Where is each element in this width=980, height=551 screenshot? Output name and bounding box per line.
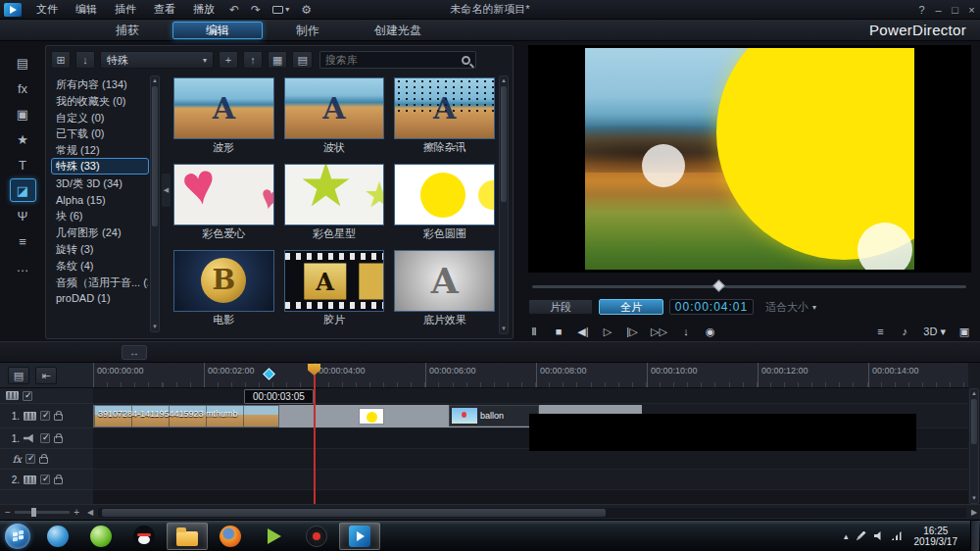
video-clip-2[interactable]: ballon [449, 405, 539, 426]
select-range-button[interactable]: ⇤ [35, 367, 57, 384]
help-button[interactable]: ? [913, 4, 930, 16]
sort-button[interactable]: ↑ [243, 51, 263, 69]
category-item[interactable]: 已下载 (0) [51, 125, 149, 141]
track-enable-checkbox[interactable] [23, 391, 32, 401]
collapse-categories-button[interactable]: ◀ [162, 174, 171, 207]
room-media[interactable]: ▤ [10, 51, 36, 75]
track-enable-checkbox[interactable] [40, 433, 50, 443]
panel-splitter[interactable]: ↔ [0, 341, 980, 363]
transition-item[interactable]: A 擦除杂讯 [394, 77, 495, 158]
lane-master[interactable] [93, 388, 968, 404]
room-effects[interactable]: fx [10, 76, 36, 100]
movie-mode-button[interactable]: 全片 [599, 299, 663, 315]
next-frame-button[interactable]: |▷ [626, 326, 638, 338]
hscroll-thumb[interactable] [102, 509, 606, 517]
category-item[interactable]: proDAD (1) [51, 289, 149, 306]
taskbar-screen-recorder[interactable] [296, 523, 337, 550]
volume-button[interactable]: ♪ [899, 326, 910, 337]
transition-item[interactable]: 彩色星型 [284, 164, 385, 244]
track-lock-button[interactable] [39, 457, 48, 464]
import-media-button[interactable]: ⊞ [51, 51, 71, 69]
timeline-tracks-area[interactable]: 39107284-1411954415923 mthumb ballon [93, 388, 968, 504]
3d-button[interactable]: 3D ▾ [923, 326, 946, 338]
transition-item[interactable]: 彩色爱心 [173, 164, 274, 244]
preview-quality-button[interactable]: ≡ [874, 326, 886, 337]
transition-item[interactable]: A 胶片 [284, 250, 385, 330]
track-manager-button[interactable]: ▤ [8, 367, 29, 384]
scroll-up-icon[interactable]: ▲ [151, 76, 159, 85]
taskbar-ie-browser[interactable] [37, 523, 78, 550]
transition-item[interactable]: A 波状 [284, 77, 385, 158]
tab-produce[interactable]: 制作 [263, 22, 353, 39]
splitter-grip-icon[interactable]: ↔ [122, 345, 147, 360]
maximize-button[interactable]: □ [947, 4, 963, 16]
menu-item[interactable]: 编辑 [67, 2, 106, 17]
tab-create-disc[interactable]: 创建光盘 [353, 22, 443, 39]
ime-pen-icon[interactable] [857, 531, 866, 541]
snapshot-button[interactable]: ◉ [705, 326, 716, 338]
transition-item[interactable]: 彩色圆圈 [394, 164, 495, 244]
taskbar-media-player[interactable] [253, 523, 294, 550]
category-filter-dropdown[interactable]: 特殊 ▾ [100, 51, 214, 69]
category-item[interactable]: Alpha (15) [51, 191, 149, 208]
volume-tray-icon[interactable] [874, 531, 884, 541]
screen-mode-button[interactable]: ▾ [267, 5, 295, 14]
timecode-display[interactable]: 00:00:04:01 [669, 299, 754, 315]
scrollbar-thumb[interactable] [501, 86, 507, 202]
track-enable-checkbox[interactable] [40, 475, 50, 484]
redo-button[interactable]: ↷ [245, 3, 267, 17]
scroll-left-icon[interactable]: ◀ [84, 508, 96, 517]
close-button[interactable]: × [963, 4, 980, 16]
category-item[interactable]: 旋转 (3) [51, 240, 149, 257]
previous-frame-button[interactable]: ◀| [577, 326, 589, 338]
room-pip-objects[interactable]: ▣ [10, 102, 36, 125]
taskbar-powerdirector[interactable] [339, 523, 380, 550]
taskbar-explorer[interactable] [167, 523, 208, 550]
seek-bar[interactable] [532, 280, 966, 292]
detail-view-button[interactable]: ▤ [292, 51, 312, 69]
pause-button[interactable]: Ⅱ [528, 326, 540, 338]
seek-groove[interactable] [532, 285, 966, 288]
hidden-icons-button[interactable]: ▴ [844, 531, 849, 541]
minimize-button[interactable]: – [930, 4, 947, 16]
search-input[interactable] [325, 54, 458, 66]
scroll-up-icon[interactable]: ▲ [970, 389, 978, 398]
taskbar-qq[interactable] [123, 523, 165, 550]
menu-item[interactable]: 查看 [145, 2, 184, 17]
video-clip-1[interactable]: 39107284-1411954415923 mthumb [93, 405, 279, 427]
download-content-button[interactable]: ↓ [75, 51, 95, 69]
detach-window-button[interactable]: ▣ [958, 326, 970, 338]
undo-button[interactable]: ↶ [223, 3, 245, 17]
tab-capture[interactable]: 捕获 [82, 22, 172, 39]
room-chapter[interactable]: ≡ [10, 229, 36, 253]
scroll-down-icon[interactable]: ▼ [500, 325, 508, 333]
category-item[interactable]: 几何图形 (24) [51, 224, 149, 240]
scroll-down-icon[interactable]: ▼ [151, 323, 159, 331]
track-lock-button[interactable] [54, 414, 63, 421]
room-title[interactable]: T [10, 153, 36, 176]
search-icon[interactable] [462, 56, 470, 65]
network-tray-icon[interactable] [892, 531, 902, 540]
transition-item[interactable]: B 电影 [173, 250, 274, 330]
scroll-right-icon[interactable]: ▶ [968, 508, 980, 517]
menu-item[interactable]: 插件 [106, 2, 145, 17]
seek-handle[interactable] [712, 279, 725, 292]
transition-item[interactable]: A 波形 [173, 77, 274, 158]
grid-view-button[interactable]: ▦ [268, 51, 287, 69]
category-scrollbar[interactable]: ▲ ▼ [150, 75, 160, 332]
lane-fx[interactable] [93, 449, 968, 470]
settings-gear-icon[interactable]: ⚙ [295, 3, 318, 17]
category-item[interactable]: 常规 (12) [51, 141, 149, 158]
new-folder-button[interactable]: + [219, 51, 238, 69]
lane-video-2[interactable] [93, 470, 968, 490]
room-audio-mixing[interactable]: Ψ [10, 204, 36, 227]
scrollbar-thumb[interactable] [971, 399, 977, 444]
zoom-out-button[interactable]: − [5, 507, 11, 518]
room-transitions[interactable]: ◪ [10, 178, 36, 202]
play-button[interactable]: ▷ [602, 326, 613, 338]
tray-clock[interactable]: 16:25 2019/3/17 [909, 526, 963, 547]
scroll-up-icon[interactable]: ▲ [500, 76, 508, 85]
fast-forward-button[interactable]: ▷▷ [651, 326, 667, 338]
category-item[interactable]: 所有内容 (134) [51, 75, 149, 92]
zoom-in-button[interactable]: + [74, 507, 79, 518]
